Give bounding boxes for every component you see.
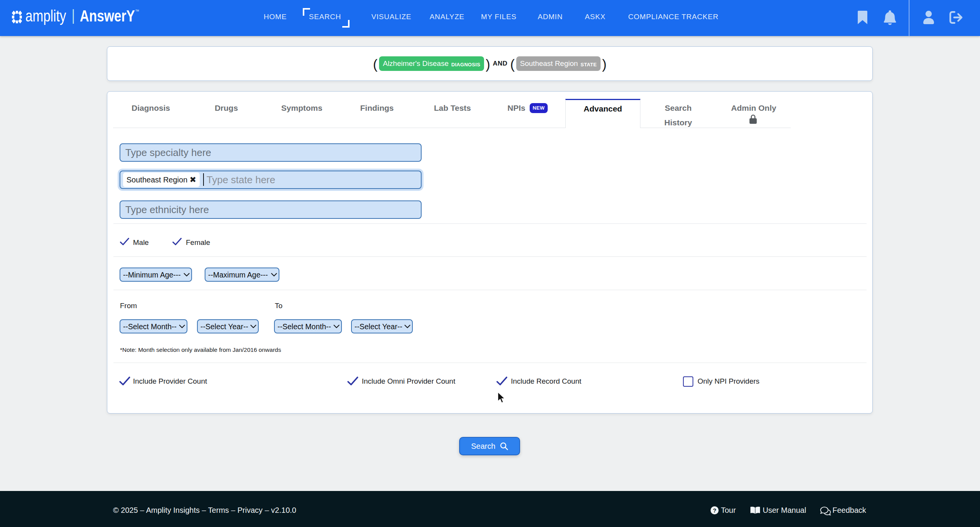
svg-text:?: ? [713, 507, 716, 514]
